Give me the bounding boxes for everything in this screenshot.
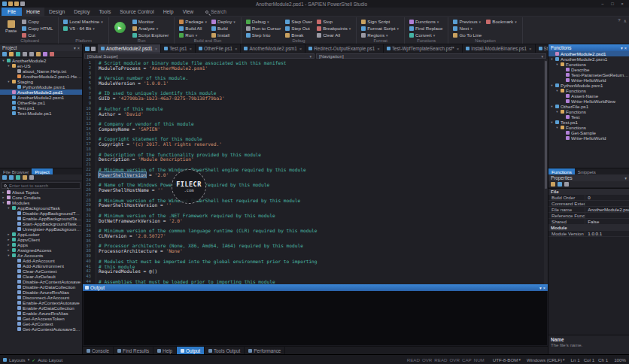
tree-item-pythonmodule-psm1[interactable]: ▾PythonModule.psm1: [548, 83, 629, 88]
close-icon[interactable]: ×: [77, 46, 80, 50]
collapse-ribbon-icon[interactable]: ∧: [624, 18, 627, 23]
properties-icon[interactable]: [43, 52, 47, 56]
close-icon[interactable]: ×: [299, 47, 302, 51]
tree-item-test-ps1[interactable]: ▾Test.ps1: [548, 120, 629, 125]
tree-item-assignedaccess[interactable]: ▸AssignedAccess: [0, 247, 82, 253]
tree-item-get-sample[interactable]: Get-Sample: [548, 130, 629, 135]
code-line[interactable]: 20Description = 'Module Description': [83, 157, 544, 162]
doc-tab-otherfile-ps1[interactable]: OtherFile.ps1×: [196, 44, 241, 53]
twisty-icon[interactable]: ▾: [550, 83, 554, 87]
twisty-icon[interactable]: ▾: [7, 253, 11, 257]
tree-item-describe[interactable]: Describe: [548, 67, 629, 72]
next-button[interactable]: Next▾: [451, 25, 484, 32]
twisty-icon[interactable]: ▾: [555, 110, 559, 114]
tree-item-en-us[interactable]: ▾en-US: [0, 63, 82, 68]
local-machine-button[interactable]: Local Machine▾: [61, 18, 105, 25]
twisty-icon[interactable]: ▾: [555, 89, 559, 93]
bookmark-button[interactable]: Bookmark▾: [484, 18, 518, 25]
twisty-icon[interactable]: ▾: [550, 120, 554, 124]
property-value[interactable]: 1.0.0.1: [585, 231, 629, 236]
ribbon-tab-view[interactable]: View: [178, 8, 199, 16]
code-line[interactable]: 35CLRVersion = '2.0.50727': [83, 233, 544, 238]
tree-item-clear-azcontext[interactable]: Clear-AzContext: [0, 268, 82, 274]
doc-tab-anothermodule2-psd1[interactable]: AnotherModule2.psd1×: [98, 44, 161, 53]
tree-item-disconnect-azaccount[interactable]: Disconnect-AzAccount: [0, 295, 82, 300]
property-value[interactable]: False: [585, 219, 629, 224]
deploy-button[interactable]: Deploy▾: [209, 18, 238, 25]
close-icon[interactable]: ×: [235, 47, 238, 51]
tree-item-test[interactable]: Test: [548, 114, 629, 120]
ribbon-tab-source-control[interactable]: Source Control: [115, 8, 158, 16]
ribbon-tab-home[interactable]: Home: [22, 8, 44, 16]
code-line[interactable]: 2ModuleToProcess = 'AnotherModule2.psm1': [83, 65, 544, 71]
tree-item-anothermodule2-psm1[interactable]: AnotherModule2.psm1: [0, 95, 82, 100]
find-replace-button[interactable]: Find Replace: [407, 25, 445, 32]
tree-item-unregister-appbackgroundtask[interactable]: Unregister-AppBackgroundTask: [0, 226, 82, 232]
property-pages-icon[interactable]: [564, 182, 569, 187]
categorized-icon[interactable]: [551, 182, 555, 187]
tree-item-enable-azcontextautosave[interactable]: Enable-AzContextAutosave: [0, 300, 82, 305]
tree-item-enable-azurermalias[interactable]: Enable-AzureRmAlias: [0, 311, 82, 316]
scrollbar-thumb[interactable]: [545, 61, 547, 189]
copy-button[interactable]: Copy: [20, 18, 55, 25]
tree-item-functions[interactable]: ▾Functions: [548, 88, 629, 93]
code-line[interactable]: 40# Modules that must be imported into t…: [83, 259, 544, 264]
panel-tab-project[interactable]: Project: [32, 168, 52, 174]
tree-item-anothermodule2-psd1[interactable]: AnotherModule2.psd1: [0, 89, 82, 95]
twisty-icon[interactable]: ▸: [7, 243, 11, 247]
file-list-icon[interactable]: [85, 47, 90, 51]
twisty-icon[interactable]: ▾: [7, 80, 11, 83]
tree-item-disable-appbackgroundtaskdiagnosticlog[interactable]: Disable-AppBackgroundTaskDiagnosticLog: [0, 211, 82, 216]
code-line[interactable]: 14CompanyName = 'SAPIEN': [83, 126, 544, 132]
tree-item-write-helloworld[interactable]: Write-HelloWorld: [548, 135, 629, 141]
twisty-icon[interactable]: ▾: [2, 59, 5, 62]
tree-item-assert-name[interactable]: Assert-Name: [548, 93, 629, 99]
code-line[interactable]: 42RequiredModules = @(): [83, 268, 544, 274]
functions-button[interactable]: Functions▾: [407, 18, 445, 25]
property-section-file[interactable]: File: [548, 189, 629, 195]
twisty-icon[interactable]: ▾: [7, 64, 11, 68]
tree-item-appbackgroundtask[interactable]: ▾AppBackgroundTask: [0, 205, 82, 211]
code-line[interactable]: 10# Author of this module: [83, 106, 544, 111]
tree-item-about-name-help-txt[interactable]: about_Name.Help.txt: [0, 68, 82, 74]
pin-icon[interactable]: ▾: [624, 176, 627, 180]
code-line[interactable]: 17Copyright = '(c) 2017. All rights rese…: [83, 141, 544, 147]
sign-script-button[interactable]: Sign Script: [359, 18, 401, 25]
step-over-button[interactable]: Step Over: [283, 18, 314, 25]
tree-item-staging[interactable]: ▾Staging: [0, 79, 82, 84]
property-row-command-extension[interactable]: Command Extension: [548, 201, 629, 207]
build-button[interactable]: Build: [209, 25, 238, 32]
twisty-icon[interactable]: ▸: [2, 196, 5, 199]
previous-button[interactable]: Previous▾: [451, 18, 484, 25]
pin-tab-icon[interactable]: [91, 47, 96, 51]
analyze-button[interactable]: Analyze▾: [130, 25, 172, 32]
close-icon[interactable]: ×: [543, 286, 545, 290]
tree-item-get-azcontextautosavesetting[interactable]: Get-AzContextAutosaveSetting: [0, 326, 82, 332]
property-section-module[interactable]: Module: [548, 225, 629, 231]
close-icon[interactable]: ×: [377, 47, 380, 51]
twisty-icon[interactable]: ▸: [2, 190, 5, 194]
tree-item-enable-appbackgroundtaskdiagnosticlog[interactable]: Enable-AppBackgroundTaskDiagnosticLog: [0, 216, 82, 221]
property-row-shared[interactable]: SharedFalse: [548, 219, 629, 225]
tree-item-az-accounts[interactable]: ▾Az.Accounts: [0, 253, 82, 258]
move-down-icon[interactable]: [29, 52, 34, 56]
twisty-icon[interactable]: ▾: [550, 105, 554, 108]
refresh-icon[interactable]: [16, 52, 20, 56]
delete-icon[interactable]: [50, 52, 54, 56]
back-icon[interactable]: [2, 175, 7, 180]
format-script-button[interactable]: Format Script▾: [359, 25, 401, 32]
paste-button[interactable]: Paste: [4, 18, 18, 34]
tree-item-enable-azdatacollection[interactable]: Enable-AzDataCollection: [0, 305, 82, 311]
bottom-tab-tools-output[interactable]: Tools Output: [205, 347, 245, 354]
tree-item-disable-azcontextautosave[interactable]: Disable-AzContextAutosave: [0, 279, 82, 284]
ribbon-search[interactable]: Search: [205, 8, 226, 16]
settings-icon[interactable]: [29, 175, 34, 180]
tree-item-apps[interactable]: ▸Apps: [0, 242, 82, 247]
code-line[interactable]: 26PowerShellHostName = '': [83, 187, 544, 193]
forward-icon[interactable]: [9, 175, 14, 180]
bottom-tab-console[interactable]: Console: [83, 347, 114, 354]
filter-icon[interactable]: [23, 175, 27, 180]
maximize-button[interactable]: □: [608, 1, 617, 8]
tree-item-functions[interactable]: ▾Functions: [548, 109, 629, 114]
tree-item-functions[interactable]: ▾Functions: [548, 125, 629, 130]
